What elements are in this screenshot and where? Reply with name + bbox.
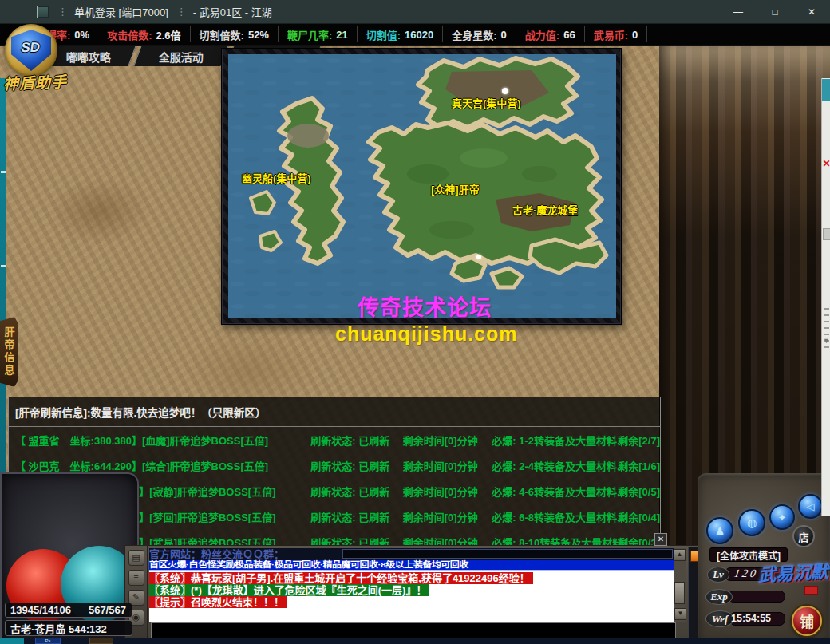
- game-window: ⋮ 单机登录 [端口7000] ⋮ - 武易01区 - 江湖 — □ ✕ 爆率:…: [0, 0, 830, 644]
- map-label-dragon-castle: 古老·魔龙城堡: [512, 202, 578, 217]
- shop-button[interactable]: 店: [792, 525, 815, 547]
- sidebar-teal-block: [822, 79, 830, 101]
- chat-panel-close-icon[interactable]: ✕: [654, 533, 667, 546]
- stat-attack-multiplier: 攻击倍数:2.6倍: [98, 26, 190, 42]
- stall-button[interactable]: 铺: [792, 606, 822, 636]
- tab-server-events[interactable]: 全服活动: [133, 45, 228, 66]
- window-icon: [37, 6, 49, 18]
- map-marker-dot-2: [476, 255, 481, 259]
- chat-line-tip: 〖提示〗召唤烈火结束！！！: [149, 596, 287, 608]
- bag-button[interactable]: ◍: [738, 509, 765, 536]
- chat-line-system-zone: 〖系统〗(*)【龙琪散】进入了危险区域『生死之间(一层)』！: [149, 584, 429, 596]
- title-bar: ⋮ 单机登录 [端口7000] ⋮ - 武易01区 - 江湖 — □ ✕: [0, 0, 830, 24]
- character-icon: ♟: [715, 524, 725, 537]
- skill-button[interactable]: ✦: [769, 504, 795, 530]
- world-map: [228, 54, 616, 318]
- site-watermark-text: chuanqijishu.com: [335, 322, 518, 346]
- shield-mark: SD: [19, 40, 43, 61]
- window-title-left: 单机登录 [端口7000]: [74, 4, 168, 19]
- wef-time-value: 15:54:55: [731, 613, 771, 624]
- chat-panel: 官方网站：粉丝交流ＱＱ群： 首区火爆·白色怪奖励极品装备·极品可回收·精品魔可回…: [146, 545, 702, 640]
- stat-whip-chance: 鞭尸几率:21: [279, 26, 358, 42]
- wef-label: Wef: [706, 610, 734, 627]
- location-bar: 古老·苍月岛 544:132: [5, 620, 132, 636]
- team-chat-icon[interactable]: ≡: [128, 570, 144, 586]
- chat-line-announcement: 首区火爆·白色怪奖励极品装备·极品可回收·精品魔可回收·8级以上装备均可回收: [149, 560, 679, 570]
- boss-panel-header: [肝帝刷新信息]:数量有限.快去追梦吧！（只限新区）: [9, 397, 660, 420]
- exp-label: Exp: [706, 589, 733, 605]
- maximize-button[interactable]: □: [757, 0, 793, 23]
- character-button[interactable]: ♟: [706, 517, 733, 544]
- qq-group-box: [342, 549, 673, 559]
- stat-cut-multiplier: 切割倍数:52%: [191, 26, 279, 42]
- map-islands: [228, 54, 616, 318]
- close-button[interactable]: ✕: [793, 0, 830, 23]
- helper-logo-name: 神盾助手: [3, 69, 92, 93]
- map-marker-dot: [502, 88, 508, 94]
- lv-label: Lv: [707, 567, 729, 583]
- window-title-right: - 武易01区 - 江湖: [193, 4, 272, 19]
- sidebar-arrow-icon[interactable]: ▼: [823, 337, 830, 345]
- sidebar-close-icon[interactable]: ✕: [822, 158, 830, 169]
- boss-info-vertical-tab[interactable]: 肝帝信息: [0, 317, 18, 387]
- sidebar-gray-box: [823, 228, 830, 240]
- boss-row: 【 盟重省 坐标:380.380】[血魔]肝帝追梦BOSS[五倍]刷新状态: 已…: [9, 427, 660, 452]
- stats-bar: 爆率:0% 攻击倍数:2.6倍 切割倍数:52% 鞭尸几率:21 切割值:160…: [0, 23, 830, 46]
- chat-log-icon[interactable]: ▤: [128, 550, 144, 566]
- chat-line-official: 官方网站：粉丝交流ＱＱ群：: [149, 548, 679, 560]
- chat-scrollbar[interactable]: ▲ ▼: [674, 548, 686, 622]
- chat-message-area: 官方网站：粉丝交流ＱＱ群： 首区火爆·白色怪奖励极品装备·极品可回收·精品魔可回…: [149, 548, 679, 622]
- title-separator: ⋮: [57, 6, 66, 18]
- scroll-up-icon[interactable]: ▲: [674, 549, 686, 561]
- desktop-edge-strip: [0, 78, 6, 516]
- desktop-taskbar: Ps: [0, 638, 830, 644]
- title-separator-2: ⋮: [176, 6, 185, 18]
- taskbar-app-icon[interactable]: [89, 638, 113, 644]
- bag-icon: ◍: [747, 516, 757, 529]
- lv-value: 120: [733, 567, 760, 580]
- scrollbar-thumb[interactable]: [674, 582, 685, 604]
- map-label-ghost-ship: 幽灵船(集中营): [242, 170, 311, 185]
- location-value: 古老·苍月岛 544:132: [10, 621, 107, 636]
- map-label-zhentiangong: 真天宫(集中营): [452, 95, 521, 110]
- sound-button[interactable]: ◁: [798, 494, 823, 519]
- chat-line-system-exp: 〖系统〗恭喜玩家[胡子男].在盟重土城开启了十个经验宝箱,获得了41922496…: [149, 572, 533, 584]
- sound-icon: ◁: [807, 500, 815, 512]
- world-map-panel: [221, 48, 622, 325]
- stat-wuyi-coin: 武易币:0: [585, 26, 648, 42]
- taskbar-photoshop-icon[interactable]: Ps: [35, 638, 61, 644]
- exp-bar: [728, 591, 785, 603]
- game-logo-seal: [804, 586, 818, 595]
- mp-value: 567/567: [89, 604, 126, 616]
- taskbar-fragment: [0, 638, 24, 644]
- skill-icon: ✦: [778, 512, 787, 523]
- stat-star-count: 全身星数:0: [443, 26, 516, 42]
- chat-input-field[interactable]: [151, 622, 676, 638]
- stat-cut-value: 切割值:16020: [358, 26, 444, 42]
- desktop-sidebar-strip: ✕ ▼: [821, 78, 830, 516]
- hp-mp-values-bar: 13945/14106 567/567: [5, 603, 132, 618]
- game-logo-text: 武易沉默: [757, 557, 830, 587]
- scroll-down-icon[interactable]: ▼: [674, 608, 686, 620]
- stat-power-value: 战力值:66: [516, 26, 585, 42]
- map-label-gandi: [众神]肝帝: [431, 181, 480, 196]
- hp-value: 13945/14106: [10, 604, 71, 616]
- helper-logo[interactable]: SD 神盾助手: [0, 22, 88, 93]
- map-watermark-text: 传奇技术论坛: [358, 290, 492, 322]
- minimize-button[interactable]: —: [720, 0, 757, 23]
